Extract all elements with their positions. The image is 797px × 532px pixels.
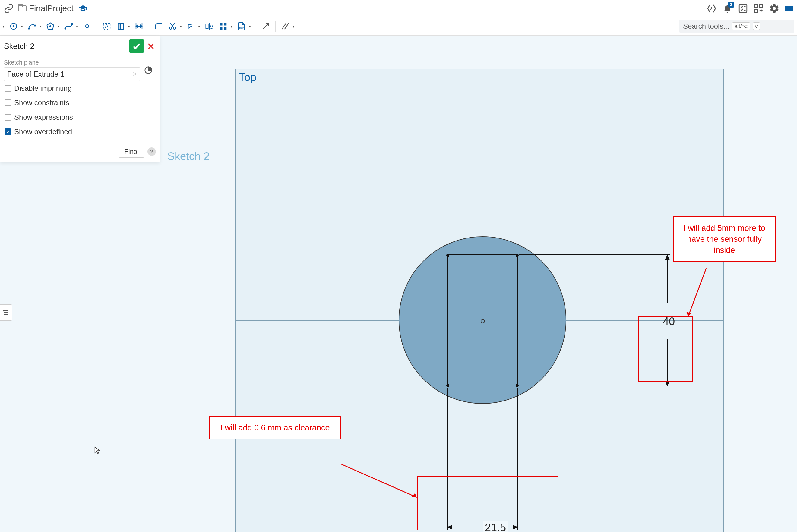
fillet-tool-icon[interactable] xyxy=(153,20,165,32)
checkbox-checked-icon[interactable]: ✔ xyxy=(4,128,11,135)
view-orientation-label: Top xyxy=(239,71,256,84)
annotation-text: I will add 0.6 mm as clearance xyxy=(209,417,340,439)
dimension-tool-icon[interactable] xyxy=(133,20,145,32)
notifications-icon[interactable]: 3 xyxy=(722,3,733,14)
kbd-hint: c xyxy=(753,22,760,30)
sketch-toolbar: ▾ ▾ ▾ ▾ ▾ A ▾ ▾ ▾ ▾ DXF ▾ ▾ Search tools… xyxy=(0,17,797,36)
center-point[interactable] xyxy=(481,319,485,323)
settings-icon[interactable] xyxy=(769,3,779,14)
chevron-down-icon[interactable]: ▾ xyxy=(198,24,200,28)
option-show-constraints[interactable]: Show constraints xyxy=(4,96,156,110)
offset-tool-icon[interactable] xyxy=(185,20,197,32)
svg-text:DXF: DXF xyxy=(239,26,244,29)
chevron-down-icon[interactable]: ▾ xyxy=(180,24,182,28)
checkbox-icon[interactable] xyxy=(4,85,11,92)
construction-tool-icon[interactable] xyxy=(115,20,127,32)
polygon-tool-icon[interactable] xyxy=(44,20,56,32)
checkbox-icon[interactable] xyxy=(4,99,11,106)
field-label: Sketch plane xyxy=(4,59,140,66)
svg-point-13 xyxy=(50,26,51,27)
plane-selector-icon[interactable] xyxy=(144,59,156,76)
svg-rect-36 xyxy=(224,27,227,30)
svg-rect-5 xyxy=(755,9,758,12)
constraint-tool-icon[interactable] xyxy=(279,20,291,32)
panel-title: Sketch 2 xyxy=(4,42,34,51)
transform-tool-icon[interactable] xyxy=(260,20,272,32)
annotation-box: I will add 0.6 mm as clearance xyxy=(209,416,341,439)
svg-line-44 xyxy=(341,464,417,497)
app-switcher-icon[interactable] xyxy=(754,3,764,14)
option-label: Show constraints xyxy=(14,99,69,107)
sketch-plane-value: Face of Extrude 1 xyxy=(7,70,64,78)
document-title[interactable]: FinalProject xyxy=(18,4,74,13)
svg-rect-30 xyxy=(206,24,208,28)
kbd-hint: alt/⌥ xyxy=(732,22,750,30)
chevron-down-icon[interactable]: ▾ xyxy=(230,24,233,28)
sketch-name-label: Sketch 2 xyxy=(167,150,209,163)
notification-badge: 3 xyxy=(728,1,734,7)
chevron-down-icon[interactable]: ▾ xyxy=(128,24,130,28)
feature-list-toggle[interactable] xyxy=(0,304,12,321)
option-label: Show expressions xyxy=(14,113,73,121)
dxf-import-icon[interactable]: DXF xyxy=(236,20,247,32)
svg-rect-0 xyxy=(739,4,747,12)
pattern-tool-icon[interactable] xyxy=(217,20,229,32)
svg-text:A: A xyxy=(105,23,109,29)
text-tool-icon[interactable]: A xyxy=(101,20,113,32)
svg-rect-34 xyxy=(224,23,227,25)
svg-point-16 xyxy=(86,25,89,28)
search-placeholder: Search tools... xyxy=(683,22,729,31)
svg-point-15 xyxy=(72,23,73,24)
confirm-button[interactable] xyxy=(129,39,144,53)
svg-rect-33 xyxy=(220,23,223,25)
option-show-overdefined[interactable]: ✔ Show overdefined xyxy=(4,125,156,139)
svg-point-11 xyxy=(34,25,36,26)
chevron-down-icon[interactable]: ▾ xyxy=(76,24,78,28)
svg-rect-20 xyxy=(118,23,120,29)
spline-tool-icon[interactable] xyxy=(63,20,75,32)
featurescript-icon[interactable] xyxy=(706,3,717,14)
mirror-tool-icon[interactable] xyxy=(203,20,215,32)
chevron-down-icon[interactable]: ▾ xyxy=(293,24,295,28)
sketch-plane-input[interactable]: Face of Extrude 1 ✕ xyxy=(4,67,140,81)
option-disable-imprinting[interactable]: Disable imprinting xyxy=(4,81,156,96)
svg-rect-31 xyxy=(210,24,213,28)
document-title-text: FinalProject xyxy=(29,4,74,13)
chevron-down-icon[interactable]: ▾ xyxy=(2,24,4,28)
mouse-cursor-icon xyxy=(93,446,102,456)
option-show-expressions[interactable]: Show expressions xyxy=(4,110,156,125)
sketch-properties-panel: Sketch 2 ✕ Sketch plane Face of Extrude … xyxy=(0,36,160,162)
arc-tool-icon[interactable] xyxy=(26,20,38,32)
search-tools-input[interactable]: Search tools... alt/⌥ c xyxy=(680,20,794,33)
share-button[interactable] xyxy=(785,6,793,11)
svg-rect-4 xyxy=(760,4,763,7)
help-icon[interactable]: ? xyxy=(147,147,156,156)
sketch-viewport: Top 40 21.5 I will add 5mm more xyxy=(235,69,724,532)
annotation-highlight xyxy=(638,317,693,382)
chevron-down-icon[interactable]: ▾ xyxy=(249,24,251,28)
svg-marker-45 xyxy=(411,493,417,497)
cancel-button[interactable]: ✕ xyxy=(146,39,156,53)
trim-tool-icon[interactable] xyxy=(166,20,179,32)
title-bar: FinalProject 3 xyxy=(0,0,797,17)
svg-point-14 xyxy=(65,28,66,29)
circle-tool-icon[interactable] xyxy=(7,20,20,32)
chevron-down-icon[interactable]: ▾ xyxy=(58,24,60,28)
folder-icon xyxy=(18,5,26,12)
svg-point-9 xyxy=(13,26,14,27)
final-button[interactable]: Final xyxy=(118,146,145,158)
checkbox-icon[interactable] xyxy=(4,114,11,120)
task-list-icon[interactable] xyxy=(738,3,748,14)
svg-point-10 xyxy=(29,28,30,29)
annotation-box: I will add 5mm more to have the sensor f… xyxy=(673,216,776,262)
option-label: Disable imprinting xyxy=(14,84,72,93)
option-label: Show overdefined xyxy=(14,128,72,136)
clear-icon[interactable]: ✕ xyxy=(132,71,137,77)
annotation-highlight xyxy=(417,476,558,531)
link-icon[interactable] xyxy=(4,3,14,14)
chevron-down-icon[interactable]: ▾ xyxy=(21,24,23,28)
point-tool-icon[interactable] xyxy=(81,20,93,32)
chevron-down-icon[interactable]: ▾ xyxy=(39,24,41,28)
education-icon[interactable] xyxy=(78,3,88,14)
annotation-text: I will add 5mm more to have the sensor f… xyxy=(674,217,775,261)
